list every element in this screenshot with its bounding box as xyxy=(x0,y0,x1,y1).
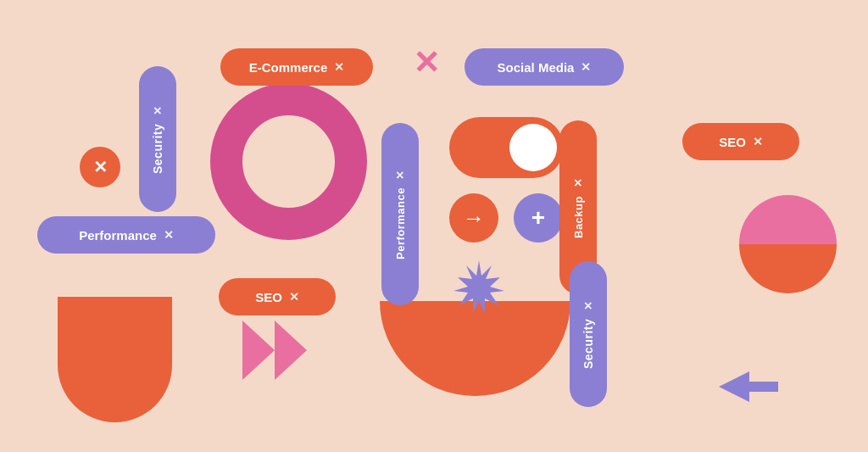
pill-performance-left[interactable]: Performance ✕ xyxy=(37,216,215,254)
pill-backup-label: Backup xyxy=(572,196,585,238)
pill-seo-top-right[interactable]: SEO ✕ xyxy=(682,123,799,160)
pill-security-left-label: Security xyxy=(151,124,164,174)
pill-security-right-x: ✕ xyxy=(582,299,595,312)
starburst-shape xyxy=(449,259,509,318)
pink-ring-shape xyxy=(210,83,367,240)
pill-seo-top-right-label: SEO xyxy=(719,135,746,149)
orange-x-icon: ✕ xyxy=(93,157,108,177)
pill-performance-left-label: Performance xyxy=(79,228,157,243)
toggle-knob xyxy=(509,124,557,171)
arrow-left-shape xyxy=(719,371,778,402)
pill-security-right-label: Security xyxy=(581,319,595,369)
svg-marker-0 xyxy=(453,260,504,314)
pill-performance-vertical[interactable]: Performance ✕ xyxy=(381,123,419,305)
pill-social-media[interactable]: Social Media ✕ xyxy=(465,48,624,86)
arrow-right-icon: → xyxy=(463,205,485,232)
plus-circle-button[interactable]: + xyxy=(514,193,563,243)
pill-seo-bottom-x: ✕ xyxy=(289,290,299,304)
svg-marker-1 xyxy=(719,371,778,402)
pill-security-left-x: ✕ xyxy=(152,104,164,117)
plus-icon: + xyxy=(531,206,545,230)
pill-security-right[interactable]: Security ✕ xyxy=(570,261,607,407)
pill-security-left[interactable]: Security ✕ xyxy=(139,66,176,212)
pill-performance-v-x: ✕ xyxy=(394,169,407,181)
pill-seo-bottom-label: SEO xyxy=(255,290,282,304)
pill-ecommerce-x: ✕ xyxy=(334,60,344,74)
arrow-circle-button[interactable]: → xyxy=(449,193,498,243)
svg-marker-2 xyxy=(242,321,275,380)
pill-performance-left-x: ✕ xyxy=(164,228,174,242)
orange-shield-shape xyxy=(58,297,172,422)
main-canvas: → + Security ✕ E-Commerce ✕ ✕ Social Med… xyxy=(0,0,868,452)
standalone-x-orange[interactable]: ✕ xyxy=(80,147,120,187)
pill-social-media-label: Social Media xyxy=(498,60,575,75)
pill-ecommerce-label: E-Commerce xyxy=(249,60,328,75)
standalone-x-pink[interactable]: ✕ xyxy=(413,47,440,79)
pill-backup-x: ✕ xyxy=(572,176,585,189)
pill-social-media-x: ✕ xyxy=(581,60,591,74)
pill-seo-top-right-x: ✕ xyxy=(753,135,763,148)
play-triangles-shape xyxy=(242,321,310,380)
pill-performance-v-label: Performance xyxy=(394,188,407,260)
pill-seo-bottom[interactable]: SEO ✕ xyxy=(219,278,336,315)
pill-ecommerce[interactable]: E-Commerce ✕ xyxy=(220,48,373,86)
svg-marker-3 xyxy=(275,321,307,380)
pink-x-icon: ✕ xyxy=(413,45,440,81)
toggle-switch[interactable] xyxy=(449,117,564,178)
